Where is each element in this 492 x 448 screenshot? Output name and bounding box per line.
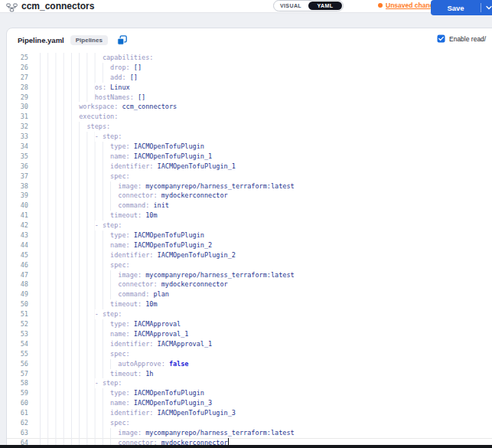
code-text[interactable]: name: IACMOpenTofuPlugin_1	[40, 152, 212, 162]
line-number[interactable]: 41	[7, 211, 28, 221]
code-line[interactable]: 43type: IACMOpenTofuPlugin	[7, 231, 492, 240]
code-text[interactable]: identifier: IACMOpenTofuPlugin_1	[40, 162, 236, 172]
line-number[interactable]: 56	[7, 359, 28, 369]
yaml-code-editor[interactable]: 25capabilities:26drop: []27add: []28os: …	[7, 53, 492, 448]
code-text[interactable]: identifier: IACMOpenTofuPlugin_2	[40, 250, 236, 260]
checked-checkbox-icon[interactable]	[437, 34, 445, 43]
save-split-button[interactable]: Save	[431, 0, 492, 15]
line-number[interactable]: 47	[7, 270, 28, 280]
code-text[interactable]: workspace: ccm_connectors	[40, 102, 177, 112]
code-text[interactable]: timeout: 10m	[40, 299, 158, 309]
code-line[interactable]: 55spec:	[7, 349, 492, 359]
line-number[interactable]: 26	[7, 63, 28, 73]
code-text[interactable]: steps:	[40, 122, 110, 132]
line-number[interactable]: 58	[7, 378, 28, 388]
code-text[interactable]: spec:	[40, 260, 130, 270]
code-line[interactable]: 39connector: mydockerconnector	[7, 191, 492, 201]
chevron-down-icon[interactable]	[481, 5, 492, 10]
code-line[interactable]: 25capabilities:	[7, 53, 492, 63]
code-text[interactable]: type: IACMOpenTofuPlugin	[40, 142, 204, 152]
code-line[interactable]: 31execution:	[7, 112, 492, 122]
code-line[interactable]: 56autoApprove: false	[7, 359, 492, 369]
line-number[interactable]: 52	[7, 319, 28, 329]
line-number[interactable]: 32	[7, 122, 28, 132]
line-number[interactable]: 49	[7, 289, 28, 299]
code-text[interactable]: command: init	[40, 201, 169, 211]
toggle-yaml[interactable]: YAML	[308, 2, 342, 10]
line-number[interactable]: 62	[7, 418, 28, 428]
line-number[interactable]: 39	[7, 191, 28, 201]
code-line[interactable]: 46spec:	[7, 260, 492, 270]
code-line[interactable]: 27add: []	[7, 73, 492, 83]
code-line[interactable]: 62spec:	[7, 418, 492, 428]
code-line[interactable]: 41timeout: 10m	[7, 211, 492, 221]
code-line[interactable]: 47image: mycompanyrepo/harness_terraform…	[7, 270, 492, 280]
line-number[interactable]: 53	[7, 329, 28, 339]
code-line[interactable]: 26drop: []	[7, 63, 492, 73]
code-line[interactable]: 37spec:	[7, 172, 492, 181]
code-line[interactable]: 52type: IACMApproval	[7, 319, 492, 329]
line-number[interactable]: 40	[7, 201, 28, 211]
code-line[interactable]: 57timeout: 1h	[7, 369, 492, 379]
line-number[interactable]: 37	[7, 172, 28, 181]
code-line[interactable]: 38image: mycompanyrepo/harness_terraform…	[7, 181, 492, 191]
line-number[interactable]: 51	[7, 309, 28, 319]
code-text[interactable]: timeout: 1h	[40, 369, 153, 379]
line-number[interactable]: 55	[7, 349, 28, 359]
line-number[interactable]: 38	[7, 181, 28, 191]
line-number[interactable]: 44	[7, 240, 28, 250]
line-number[interactable]: 50	[7, 299, 28, 309]
line-number[interactable]: 42	[7, 221, 28, 231]
code-line[interactable]: 60name: IACMOpenTofuPlugin_3	[7, 398, 492, 408]
code-line[interactable]: 42- step:	[7, 221, 492, 231]
line-number[interactable]: 31	[7, 112, 28, 122]
code-text[interactable]: connector: mydockerconnector	[40, 191, 228, 201]
code-text[interactable]: spec:	[40, 172, 130, 181]
code-text[interactable]: - step:	[40, 221, 122, 231]
code-text[interactable]: image: mycompanyrepo/harness_terraform:l…	[40, 428, 295, 438]
line-number[interactable]: 25	[7, 53, 28, 63]
copy-icon[interactable]	[117, 35, 127, 45]
line-number[interactable]: 30	[7, 102, 28, 112]
code-line[interactable]: 45identifier: IACMOpenTofuPlugin_2	[7, 250, 492, 260]
code-text[interactable]: capabilities:	[40, 53, 153, 63]
code-text[interactable]: image: mycompanyrepo/harness_terraform:l…	[40, 181, 295, 191]
code-text[interactable]: image: mycompanyrepo/harness_terraform:l…	[40, 270, 295, 280]
code-line[interactable]: 28os: Linux	[7, 83, 492, 93]
line-number[interactable]: 35	[7, 152, 28, 162]
code-line[interactable]: 59type: IACMOpenTofuPlugin	[7, 388, 492, 398]
code-line[interactable]: 35name: IACMOpenTofuPlugin_1	[7, 152, 492, 162]
code-line[interactable]: 51- step:	[7, 309, 492, 319]
code-text[interactable]: autoApprove: false	[40, 359, 188, 369]
code-line[interactable]: 33- step:	[7, 132, 492, 142]
code-line[interactable]: 34type: IACMOpenTofuPlugin	[7, 142, 492, 152]
code-line[interactable]: 29hostNames: []	[7, 93, 492, 103]
code-text[interactable]: spec:	[40, 349, 130, 359]
code-text[interactable]: - step:	[40, 132, 122, 142]
code-text[interactable]: name: IACMApproval_1	[40, 329, 188, 339]
code-text[interactable]: type: IACMApproval	[40, 319, 181, 329]
code-line[interactable]: 30workspace: ccm_connectors	[7, 102, 492, 112]
code-line[interactable]: 63image: mycompanyrepo/harness_terraform…	[7, 428, 492, 438]
line-number[interactable]: 61	[7, 408, 28, 418]
line-number[interactable]: 46	[7, 260, 28, 270]
line-number[interactable]: 34	[7, 142, 28, 152]
code-text[interactable]: name: IACMOpenTofuPlugin_3	[40, 398, 212, 408]
code-line[interactable]: 49command: plan	[7, 289, 492, 299]
line-number[interactable]: 54	[7, 339, 28, 349]
code-line[interactable]: 50timeout: 10m	[7, 299, 492, 309]
line-number[interactable]: 63	[7, 428, 28, 438]
code-text[interactable]: connector: mydockerconnector	[40, 280, 228, 289]
code-line[interactable]: 36identifier: IACMOpenTofuPlugin_1	[7, 162, 492, 172]
code-line[interactable]: 61identifier: IACMOpenTofuPlugin_3	[7, 408, 492, 418]
line-number[interactable]: 27	[7, 73, 28, 83]
save-button[interactable]: Save	[431, 4, 481, 12]
code-text[interactable]: identifier: IACMOpenTofuPlugin_3	[40, 408, 236, 418]
code-line[interactable]: 58- step:	[7, 378, 492, 388]
line-number[interactable]: 48	[7, 280, 28, 289]
code-line[interactable]: 54identifier: IACMApproval_1	[7, 339, 492, 349]
visual-yaml-toggle[interactable]: VISUAL YAML	[273, 0, 344, 11]
code-text[interactable]: identifier: IACMApproval_1	[40, 339, 212, 349]
code-text[interactable]: type: IACMOpenTofuPlugin	[40, 231, 204, 240]
line-number[interactable]: 45	[7, 250, 28, 260]
